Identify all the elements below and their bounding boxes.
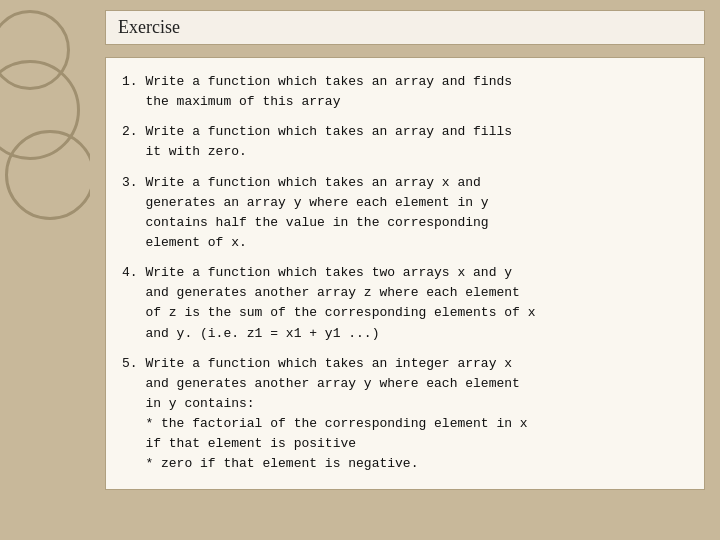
item-1-text: 1. Write a function which takes an array…	[122, 74, 512, 109]
item-4-text: 4. Write a function which takes two arra…	[122, 265, 535, 340]
item-5-text: 5. Write a function which takes an integ…	[122, 356, 528, 472]
decorative-circle-3	[5, 130, 90, 220]
item-3-text: 3. Write a function which takes an array…	[122, 175, 489, 250]
left-decoration	[0, 0, 90, 540]
list-item: 2. Write a function which takes an array…	[122, 122, 688, 162]
main-content: Exercise 1. Write a function which takes…	[90, 0, 720, 540]
list-item: 4. Write a function which takes two arra…	[122, 263, 688, 344]
exercise-title: Exercise	[118, 17, 180, 37]
list-item: 3. Write a function which takes an array…	[122, 173, 688, 254]
list-item: 5. Write a function which takes an integ…	[122, 354, 688, 475]
exercise-content: 1. Write a function which takes an array…	[105, 57, 705, 490]
exercise-header: Exercise	[105, 10, 705, 45]
item-2-text: 2. Write a function which takes an array…	[122, 124, 512, 159]
list-item: 1. Write a function which takes an array…	[122, 72, 688, 112]
